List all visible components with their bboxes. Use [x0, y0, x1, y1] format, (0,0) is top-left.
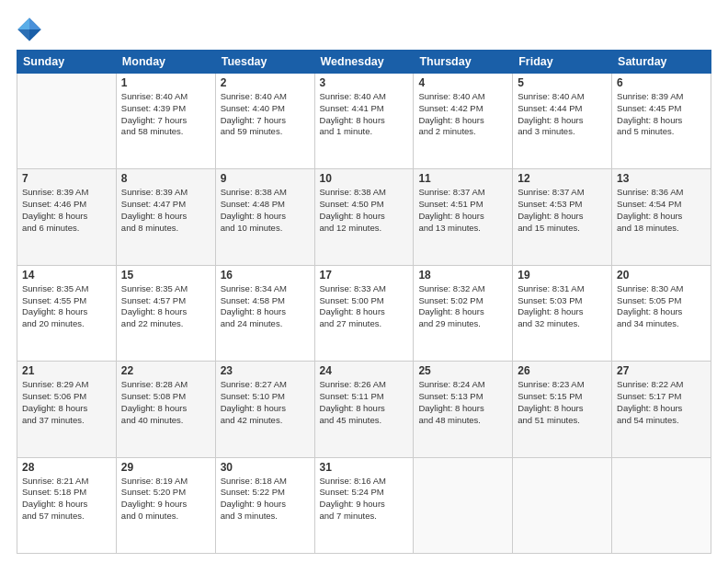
day-info: Sunrise: 8:23 AMSunset: 5:15 PMDaylight:…: [518, 379, 607, 426]
svg-marker-3: [17, 29, 29, 41]
calendar-cell: 31Sunrise: 8:16 AMSunset: 5:24 PMDayligh…: [314, 457, 414, 553]
day-info: Sunrise: 8:28 AMSunset: 5:08 PMDaylight:…: [121, 379, 210, 426]
calendar-cell: 25Sunrise: 8:24 AMSunset: 5:13 PMDayligh…: [414, 362, 513, 457]
calendar-cell: 10Sunrise: 8:38 AMSunset: 4:50 PMDayligh…: [314, 169, 414, 265]
calendar-cell: [612, 457, 711, 553]
day-info: Sunrise: 8:18 AMSunset: 5:22 PMDaylight:…: [221, 476, 310, 523]
day-info: Sunrise: 8:39 AMSunset: 4:47 PMDaylight:…: [121, 187, 210, 234]
logo-icon: [17, 17, 42, 42]
calendar-cell: 22Sunrise: 8:28 AMSunset: 5:08 PMDayligh…: [116, 362, 215, 457]
day-number: 24: [320, 364, 409, 377]
day-number: 27: [617, 364, 706, 377]
day-info: Sunrise: 8:40 AMSunset: 4:40 PMDaylight:…: [221, 91, 310, 138]
calendar: Sunday Monday Tuesday Wednesday Thursday…: [17, 50, 711, 554]
calendar-cell: 3Sunrise: 8:40 AMSunset: 4:41 PMDaylight…: [314, 74, 414, 169]
calendar-week-row: 28Sunrise: 8:21 AMSunset: 5:18 PMDayligh…: [17, 457, 711, 553]
day-info: Sunrise: 8:30 AMSunset: 5:05 PMDaylight:…: [617, 283, 706, 330]
day-number: 16: [221, 269, 310, 282]
calendar-header-row: Sunday Monday Tuesday Wednesday Thursday…: [17, 51, 711, 74]
day-number: 20: [617, 269, 706, 282]
day-number: 14: [22, 269, 111, 282]
day-info: Sunrise: 8:19 AMSunset: 5:20 PMDaylight:…: [121, 476, 210, 523]
day-info: Sunrise: 8:29 AMSunset: 5:06 PMDaylight:…: [22, 379, 111, 426]
svg-marker-1: [29, 17, 41, 29]
day-number: 22: [121, 364, 210, 377]
day-info: Sunrise: 8:26 AMSunset: 5:11 PMDaylight:…: [320, 379, 409, 426]
day-info: Sunrise: 8:22 AMSunset: 5:17 PMDaylight:…: [617, 379, 706, 426]
day-number: 28: [22, 461, 111, 474]
day-info: Sunrise: 8:33 AMSunset: 5:00 PMDaylight:…: [320, 283, 409, 330]
day-info: Sunrise: 8:37 AMSunset: 4:53 PMDaylight:…: [518, 187, 607, 234]
calendar-cell: [513, 457, 612, 553]
calendar-cell: 27Sunrise: 8:22 AMSunset: 5:17 PMDayligh…: [612, 362, 711, 457]
day-info: Sunrise: 8:39 AMSunset: 4:45 PMDaylight:…: [617, 91, 706, 138]
calendar-cell: 11Sunrise: 8:37 AMSunset: 4:51 PMDayligh…: [414, 169, 513, 265]
day-info: Sunrise: 8:38 AMSunset: 4:50 PMDaylight:…: [320, 187, 409, 234]
col-saturday: Saturday: [612, 51, 711, 74]
calendar-week-row: 7Sunrise: 8:39 AMSunset: 4:46 PMDaylight…: [17, 169, 711, 265]
day-number: 9: [221, 172, 310, 185]
day-number: 10: [320, 172, 409, 185]
day-info: Sunrise: 8:40 AMSunset: 4:41 PMDaylight:…: [320, 91, 409, 138]
day-number: 2: [221, 76, 310, 89]
day-info: Sunrise: 8:35 AMSunset: 4:55 PMDaylight:…: [22, 283, 111, 330]
calendar-cell: 7Sunrise: 8:39 AMSunset: 4:46 PMDaylight…: [17, 169, 117, 265]
calendar-cell: 28Sunrise: 8:21 AMSunset: 5:18 PMDayligh…: [17, 457, 117, 553]
day-number: 5: [518, 76, 607, 89]
day-info: Sunrise: 8:36 AMSunset: 4:54 PMDaylight:…: [617, 187, 706, 234]
day-number: 25: [418, 364, 507, 377]
day-info: Sunrise: 8:24 AMSunset: 5:13 PMDaylight:…: [418, 379, 507, 426]
calendar-cell: 18Sunrise: 8:32 AMSunset: 5:02 PMDayligh…: [414, 265, 513, 361]
day-number: 13: [617, 172, 706, 185]
day-info: Sunrise: 8:21 AMSunset: 5:18 PMDaylight:…: [22, 476, 111, 523]
calendar-cell: 30Sunrise: 8:18 AMSunset: 5:22 PMDayligh…: [215, 457, 314, 553]
calendar-cell: 19Sunrise: 8:31 AMSunset: 5:03 PMDayligh…: [513, 265, 612, 361]
day-info: Sunrise: 8:38 AMSunset: 4:48 PMDaylight:…: [221, 187, 310, 234]
calendar-cell: 1Sunrise: 8:40 AMSunset: 4:39 PMDaylight…: [116, 74, 215, 169]
day-info: Sunrise: 8:31 AMSunset: 5:03 PMDaylight:…: [518, 283, 607, 330]
day-number: 30: [221, 461, 310, 474]
day-number: 12: [518, 172, 607, 185]
col-monday: Monday: [116, 51, 215, 74]
day-number: 15: [121, 269, 210, 282]
day-info: Sunrise: 8:34 AMSunset: 4:58 PMDaylight:…: [221, 283, 310, 330]
day-number: 21: [22, 364, 111, 377]
calendar-week-row: 14Sunrise: 8:35 AMSunset: 4:55 PMDayligh…: [17, 265, 711, 361]
day-number: 23: [221, 364, 310, 377]
day-number: 29: [121, 461, 210, 474]
day-number: 3: [320, 76, 409, 89]
day-number: 1: [121, 76, 210, 89]
col-friday: Friday: [513, 51, 612, 74]
day-number: 17: [320, 269, 409, 282]
day-number: 8: [121, 172, 210, 185]
day-info: Sunrise: 8:16 AMSunset: 5:24 PMDaylight:…: [320, 476, 409, 523]
calendar-cell: 8Sunrise: 8:39 AMSunset: 4:47 PMDaylight…: [116, 169, 215, 265]
svg-marker-4: [17, 17, 29, 29]
day-number: 31: [320, 461, 409, 474]
day-info: Sunrise: 8:27 AMSunset: 5:10 PMDaylight:…: [221, 379, 310, 426]
calendar-cell: 20Sunrise: 8:30 AMSunset: 5:05 PMDayligh…: [612, 265, 711, 361]
calendar-cell: [17, 74, 117, 169]
logo: [17, 17, 46, 42]
calendar-cell: 16Sunrise: 8:34 AMSunset: 4:58 PMDayligh…: [215, 265, 314, 361]
day-info: Sunrise: 8:35 AMSunset: 4:57 PMDaylight:…: [121, 283, 210, 330]
col-thursday: Thursday: [414, 51, 513, 74]
col-sunday: Sunday: [17, 51, 117, 74]
day-info: Sunrise: 8:39 AMSunset: 4:46 PMDaylight:…: [22, 187, 111, 234]
calendar-cell: 29Sunrise: 8:19 AMSunset: 5:20 PMDayligh…: [116, 457, 215, 553]
calendar-cell: 6Sunrise: 8:39 AMSunset: 4:45 PMDaylight…: [612, 74, 711, 169]
col-wednesday: Wednesday: [314, 51, 414, 74]
day-info: Sunrise: 8:37 AMSunset: 4:51 PMDaylight:…: [418, 187, 507, 234]
day-info: Sunrise: 8:40 AMSunset: 4:42 PMDaylight:…: [418, 91, 507, 138]
calendar-cell: 4Sunrise: 8:40 AMSunset: 4:42 PMDaylight…: [414, 74, 513, 169]
page: Sunday Monday Tuesday Wednesday Thursday…: [0, 0, 728, 563]
day-number: 26: [518, 364, 607, 377]
calendar-week-row: 21Sunrise: 8:29 AMSunset: 5:06 PMDayligh…: [17, 362, 711, 457]
day-number: 6: [617, 76, 706, 89]
day-number: 19: [518, 269, 607, 282]
calendar-cell: 21Sunrise: 8:29 AMSunset: 5:06 PMDayligh…: [17, 362, 117, 457]
svg-marker-2: [29, 29, 41, 41]
day-number: 11: [418, 172, 507, 185]
calendar-cell: 26Sunrise: 8:23 AMSunset: 5:15 PMDayligh…: [513, 362, 612, 457]
day-number: 7: [22, 172, 111, 185]
